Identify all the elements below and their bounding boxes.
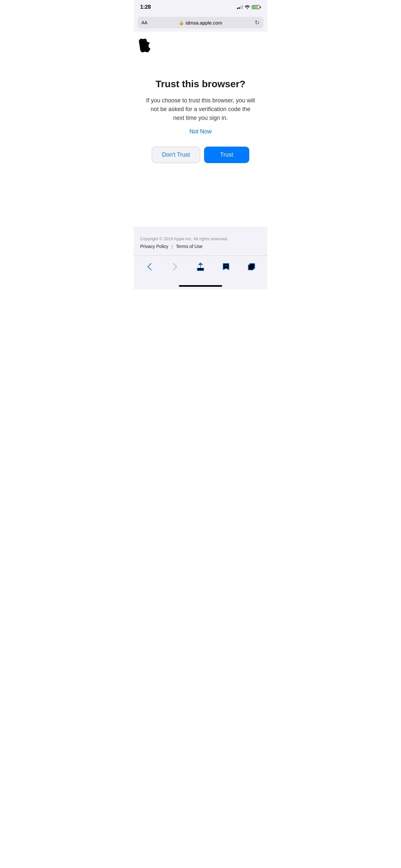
- main-content: Trust this browser? If you choose to tru…: [134, 32, 267, 227]
- share-button[interactable]: [193, 259, 208, 274]
- trust-title: Trust this browser?: [156, 78, 245, 90]
- trust-description: If you choose to trust this browser, you…: [145, 96, 256, 122]
- button-row: Don't Trust Trust: [152, 147, 249, 163]
- home-indicator: [134, 282, 267, 289]
- footer-links: Privacy Policy | Terms of Use: [140, 244, 261, 249]
- dont-trust-button[interactable]: Don't Trust: [152, 147, 200, 163]
- footer-divider: |: [172, 244, 173, 249]
- status-icons: ⚡: [237, 5, 261, 9]
- lock-icon: 🔒: [179, 20, 184, 25]
- safari-nav: [134, 255, 267, 282]
- wifi-icon: [245, 5, 250, 9]
- status-bar: 1:28 ⚡: [134, 0, 267, 14]
- address-url[interactable]: 🔒 idmsa.apple.com: [179, 20, 222, 26]
- apple-logo: [139, 38, 150, 52]
- signal-bars-icon: [237, 5, 243, 9]
- trust-container: Trust this browser? If you choose to tru…: [139, 59, 262, 176]
- bookmarks-button[interactable]: [219, 259, 233, 274]
- trust-button[interactable]: Trust: [204, 147, 249, 163]
- privacy-policy-link[interactable]: Privacy Policy: [140, 244, 168, 249]
- address-bar[interactable]: AA 🔒 idmsa.apple.com ↻: [137, 17, 264, 28]
- address-bar-container: AA 🔒 idmsa.apple.com ↻: [134, 14, 267, 32]
- footer-copyright: Copyright © 2019 Apple Inc. All rights r…: [140, 237, 261, 241]
- terms-of-use-link[interactable]: Terms of Use: [176, 244, 203, 249]
- home-bar: [179, 285, 222, 287]
- back-button[interactable]: [143, 259, 157, 274]
- status-time: 1:28: [140, 4, 151, 10]
- not-now-link[interactable]: Not Now: [189, 128, 212, 135]
- url-text: idmsa.apple.com: [186, 20, 222, 26]
- forward-button[interactable]: [168, 259, 182, 274]
- battery-icon: ⚡: [252, 5, 261, 9]
- footer: Copyright © 2019 Apple Inc. All rights r…: [134, 227, 267, 255]
- reload-icon[interactable]: ↻: [255, 19, 259, 26]
- aa-button[interactable]: AA: [142, 20, 148, 25]
- tabs-button[interactable]: [244, 259, 258, 274]
